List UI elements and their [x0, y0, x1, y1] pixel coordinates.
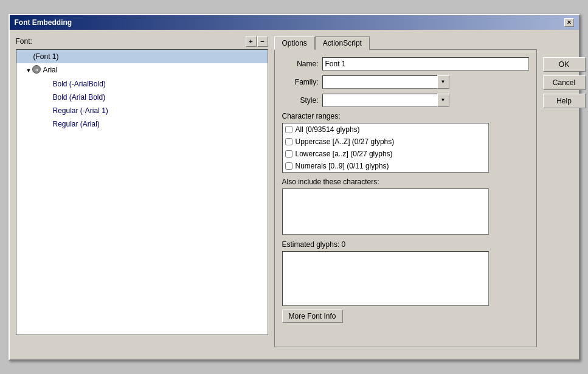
family-dropdown-container: ▼ — [322, 75, 449, 89]
char-range-lowercase[interactable]: Lowercase [a..z] (0/27 glyphs) — [283, 148, 488, 160]
left-panel-header: Font: + − — [16, 36, 268, 47]
tree-item-font1_group[interactable]: (Font 1) — [16, 50, 268, 63]
style-label: Style: — [282, 96, 319, 105]
cancel-button[interactable]: Cancel — [543, 75, 586, 90]
style-dropdown-arrow[interactable]: ▼ — [437, 94, 449, 107]
more-font-info-button[interactable]: More Font Info — [282, 310, 343, 323]
tree-item-arial_bold_minus[interactable]: Bold (-ArialBold) — [16, 77, 268, 91]
name-label: Name: — [282, 60, 319, 68]
font-icon-arial_group: a — [32, 65, 41, 74]
family-label: Family: — [282, 78, 319, 86]
checkbox-uppercase[interactable] — [285, 138, 292, 145]
char-ranges-label: Character ranges: — [282, 112, 529, 120]
checkbox-all[interactable] — [285, 126, 292, 133]
title-bar-buttons: ✕ — [564, 18, 574, 27]
close-button[interactable]: ✕ — [564, 18, 574, 27]
font-tree[interactable]: (Font 1)▼aArialBold (-ArialBold)Bold (Ar… — [16, 49, 268, 335]
label-lowercase: Lowercase [a..z] (0/27 glyphs) — [296, 149, 393, 159]
font-label: Font: — [16, 37, 32, 46]
add-font-button[interactable]: + — [246, 36, 257, 47]
right-panel: Options ActionScript Name: Family: ▼ — [274, 36, 537, 347]
family-dropdown[interactable] — [322, 75, 438, 89]
preview-area — [282, 251, 489, 306]
tree-item-arial_regular[interactable]: Regular (Arial) — [16, 117, 268, 131]
remove-font-button[interactable]: − — [257, 36, 268, 47]
ok-button[interactable]: OK — [543, 57, 586, 72]
checkbox-numerals[interactable] — [285, 162, 292, 170]
tree-arrow-arial_group: ▼ — [26, 65, 32, 76]
style-row: Style: ▼ — [282, 94, 529, 107]
family-dropdown-arrow[interactable]: ▼ — [437, 75, 449, 89]
tree-item-arial_group[interactable]: ▼aArial — [16, 63, 268, 77]
family-row: Family: ▼ — [282, 75, 529, 89]
checkbox-lowercase[interactable] — [285, 150, 292, 158]
dialog-title: Font Embedding — [15, 18, 72, 27]
char-range-numerals[interactable]: Numerals [0..9] (0/11 glyphs) — [283, 160, 488, 172]
tree-item-arial_bold[interactable]: Bold (Arial Bold) — [16, 91, 268, 104]
also-include-input[interactable] — [282, 189, 489, 235]
estimated-glyphs-label: Estimated glyphs: 0 — [282, 240, 529, 249]
title-bar: Font Embedding ✕ — [10, 15, 579, 30]
font-embedding-dialog: Font Embedding ✕ Font: + − (Font 1)▼aAri… — [9, 14, 580, 361]
tree-label-arial_regular: Regular (Arial) — [53, 120, 100, 128]
tree-label-arial_bold_minus: Bold (-ArialBold) — [53, 80, 106, 88]
name-input[interactable] — [322, 57, 529, 71]
char-range-punctuation[interactable]: Punctuation [!@#%...] (0/52 glyphs) — [283, 172, 488, 173]
also-include-container — [282, 189, 489, 237]
char-range-uppercase[interactable]: Uppercase [A..Z] (0/27 glyphs) — [283, 136, 488, 148]
tree-label-arial_group: Arial — [43, 66, 57, 74]
add-remove-btns: + − — [246, 36, 268, 47]
help-button[interactable]: Help — [543, 94, 586, 108]
also-include-label: Also include these characters: — [282, 178, 529, 186]
tab-options[interactable]: Options — [274, 36, 315, 50]
tree-label-arial_regular_minus: Regular (-Arial 1) — [53, 106, 108, 115]
tree-label-font1_group: (Font 1) — [33, 52, 59, 61]
tree-item-arial_regular_minus[interactable]: Regular (-Arial 1) — [16, 104, 268, 117]
tab-actionscript[interactable]: ActionScript — [315, 36, 370, 50]
label-uppercase: Uppercase [A..Z] (0/27 glyphs) — [296, 137, 395, 147]
char-range-all[interactable]: All (0/93514 glyphs) — [283, 123, 488, 136]
char-ranges-list[interactable]: All (0/93514 glyphs)Uppercase [A..Z] (0/… — [282, 123, 489, 173]
tabs-container: Options ActionScript — [274, 36, 537, 49]
name-row: Name: — [282, 57, 529, 71]
label-numerals: Numerals [0..9] (0/11 glyphs) — [296, 161, 389, 171]
label-all: All (0/93514 glyphs) — [296, 125, 360, 134]
style-dropdown[interactable] — [322, 94, 438, 107]
tab-content-options: Name: Family: ▼ Style: ▼ — [274, 49, 537, 347]
tree-label-arial_bold: Bold (Arial Bold) — [53, 93, 106, 102]
action-buttons: OK Cancel Help — [543, 36, 586, 347]
style-dropdown-container: ▼ — [322, 94, 449, 107]
left-panel: Font: + − (Font 1)▼aArialBold (-ArialBol… — [16, 36, 268, 347]
